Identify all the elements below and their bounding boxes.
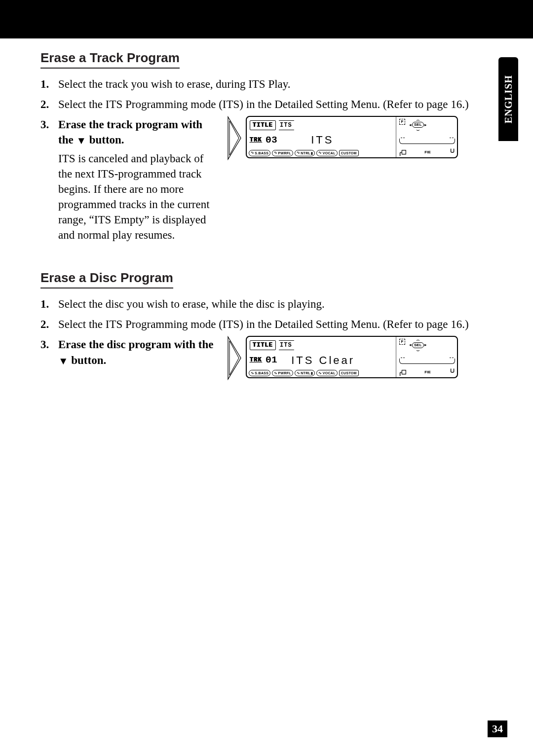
eq-sbass: ∿S.BASS <box>249 370 270 376</box>
sel-widget: ⌢ ◂SEL▸ ⌣ <box>409 338 427 352</box>
f-indicator: F <box>399 339 405 345</box>
section1-step-3: 3. Erase the track program with the ▼ bu… <box>40 117 470 243</box>
eq-pwrfl: ∿PWRFL <box>272 370 293 376</box>
its-indicator: ITS <box>279 341 294 349</box>
trk-number: 01 <box>266 354 278 366</box>
eq-sbass: ∿S.BASS <box>249 150 270 156</box>
triangle-left-icon: ◂ <box>409 342 412 348</box>
section1-step-2: 2. Select the ITS Programming mode (ITS)… <box>40 97 470 112</box>
arc-down-icon: ⌣ <box>409 128 427 132</box>
wave-icon: ∿ <box>318 150 322 156</box>
section2-steps: 1. Select the disc you wish to erase, wh… <box>40 296 470 380</box>
triangle-right-icon: ▸ <box>424 122 427 128</box>
step-text-a: Erase the disc program with the <box>58 338 214 351</box>
wave-icon: ∿ <box>297 371 300 376</box>
cap-left-icon: ╭☐ <box>398 148 406 156</box>
step-num: 3. <box>40 337 58 380</box>
section1-steps: 1. Select the track you wish to erase, d… <box>40 76 470 243</box>
eq-vocal: ∿VOCAL <box>316 150 337 156</box>
lcd-display-2: TITLE ITS TRK01 ITS Clear ∿S.BASS <box>246 336 458 378</box>
arc-up-icon: ⌢ <box>409 118 427 122</box>
pointer-icon <box>227 116 242 160</box>
wave-icon: ∿ <box>251 150 254 156</box>
its-indicator: ITS <box>279 121 294 129</box>
wave-icon: ∿ <box>297 150 300 156</box>
step-num: 3. <box>40 117 58 243</box>
title-indicator: TITLE <box>250 340 276 350</box>
arc-down-icon: ⌣ <box>409 348 427 352</box>
step-body: Select the ITS Programming mode (ITS) in… <box>58 317 470 332</box>
title-indicator: TITLE <box>250 120 276 130</box>
cap-left-icon: ╭☐ <box>398 368 406 376</box>
down-triangle-icon: ▼ <box>58 355 68 368</box>
step-num: 2. <box>40 97 58 112</box>
trk-label: TRK <box>250 356 262 364</box>
eq-custom: CUSTOM <box>339 150 359 156</box>
step-num: 1. <box>40 76 58 92</box>
pause-icon: ▮ <box>311 371 313 375</box>
section2-step-2: 2. Select the ITS Programming mode (ITS)… <box>40 317 470 332</box>
pointer-icon <box>227 336 242 380</box>
triangle-left-icon: ◂ <box>409 122 412 128</box>
language-tab-label: ENGLISH <box>503 75 514 123</box>
section1-step-1: 1. Select the track you wish to erase, d… <box>40 76 470 92</box>
eq-ntrl: ∿NTRL▮ <box>295 150 315 156</box>
svg-marker-1 <box>229 121 239 155</box>
svg-marker-3 <box>229 341 239 375</box>
down-triangle-icon: ▼ <box>76 134 86 148</box>
step-text-b: button. <box>86 134 124 146</box>
pause-icon: ▮ <box>311 151 313 155</box>
wave-icon: ∿ <box>274 150 277 156</box>
trk-number: 03 <box>266 134 278 146</box>
eq-pwrfl: ∿PWRFL <box>272 150 293 156</box>
section2-step-1: 1. Select the disc you wish to erase, wh… <box>40 296 470 312</box>
triangle-right-icon: ▸ <box>424 342 427 348</box>
step-desc: ITS is canceled and playback of the next… <box>58 151 216 243</box>
eq-custom: CUSTOM <box>339 370 359 376</box>
trk-label: TRK <box>250 136 262 144</box>
fie-label: FIE <box>424 370 430 375</box>
step-body: Select the ITS Programming mode (ITS) in… <box>58 97 470 112</box>
section2-step-3: 3. Erase the disc program with the ▼ but… <box>40 337 470 380</box>
step-text-b: button. <box>68 354 106 366</box>
step-num: 2. <box>40 317 58 332</box>
lcd-display-1: TITLE ITS TRK03 ITS ∿S.BASS <box>246 116 458 158</box>
step-body: Select the disc you wish to erase, while… <box>58 296 470 312</box>
wave-icon: ∿ <box>251 371 254 376</box>
cap-right-icon: ╰╯ <box>449 148 455 156</box>
header-bar <box>0 0 533 38</box>
wave-icon: ∿ <box>274 371 277 376</box>
page-number: 34 <box>488 720 507 737</box>
display-group-1: TITLE ITS TRK03 ITS ∿S.BASS <box>227 116 458 160</box>
eq-ntrl: ∿NTRL▮ <box>295 370 315 376</box>
section2-title: Erase a Disc Program <box>40 270 173 288</box>
language-tab: ENGLISH <box>498 57 518 141</box>
arc-up-icon: ⌢ <box>409 338 427 342</box>
step-body: Select the track you wish to erase, duri… <box>58 76 470 92</box>
wave-icon: ∿ <box>318 371 322 376</box>
display-main-text: ITS Clear <box>291 353 355 368</box>
eq-vocal: ∿VOCAL <box>316 370 337 376</box>
display-main-text: ITS <box>311 133 334 147</box>
section1-title: Erase a Track Program <box>40 50 180 69</box>
display-group-2: TITLE ITS TRK01 ITS Clear ∿S.BASS <box>227 336 458 380</box>
fie-label: FIE <box>424 150 430 155</box>
f-indicator: F <box>399 119 405 125</box>
sel-widget: ⌢ ◂SEL▸ ⌣ <box>409 118 427 132</box>
cap-right-icon: ╰╯ <box>449 368 455 376</box>
step-num: 1. <box>40 296 58 312</box>
